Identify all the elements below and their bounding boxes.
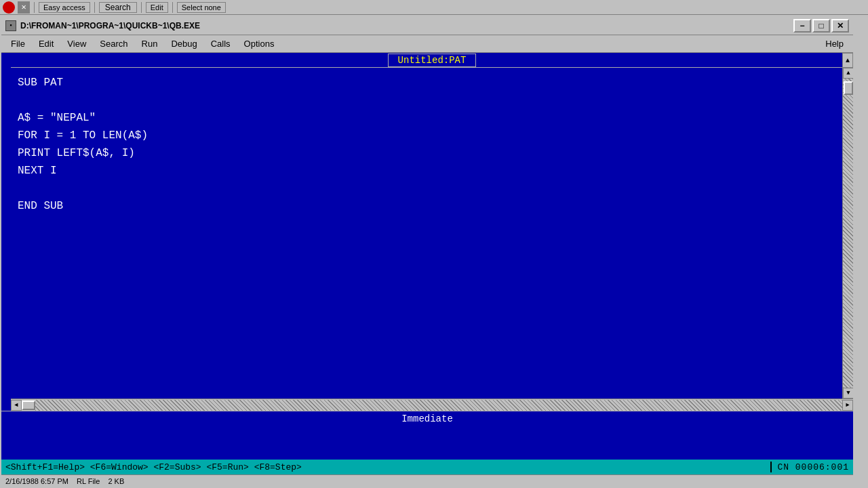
v-scroll-thumb[interactable]: [844, 81, 853, 95]
code-area: SUB PAT A$ = "NEPAL" FOR I = 1 TO LEN(A$…: [15, 70, 838, 361]
h-scroll-right-btn[interactable]: ►: [842, 400, 853, 411]
status-divider: [770, 462, 772, 472]
info-date: 2/16/1988 6:57 PM: [5, 477, 68, 485]
select-none-button[interactable]: Select none: [177, 2, 226, 13]
window-controls: − □ ✕: [793, 19, 849, 33]
editor-content: Untitled:PAT ▲ SUB PAT A$ = "NEPAL" FOR …: [11, 53, 853, 411]
code-line-10: [18, 251, 835, 268]
menu-run[interactable]: Run: [135, 37, 165, 50]
editor-main: Untitled:PAT ▲ SUB PAT A$ = "NEPAL" FOR …: [1, 53, 853, 411]
code-line-9: [18, 233, 835, 251]
separator3: [141, 2, 142, 13]
scroll-up-btn[interactable]: ▲: [843, 68, 853, 79]
code-line-12: [18, 286, 835, 304]
separator2: [94, 2, 95, 13]
h-scroll-left-btn[interactable]: ◄: [11, 400, 22, 411]
edit-button[interactable]: Edit: [146, 2, 168, 13]
menu-file[interactable]: File: [4, 37, 32, 50]
immediate-area[interactable]: [1, 426, 853, 460]
code-line-6: [18, 180, 835, 198]
maximize-button[interactable]: □: [812, 19, 830, 33]
v-scroll-track[interactable]: [843, 79, 853, 388]
h-scrollbar: ◄ ►: [11, 399, 853, 411]
code-line-11: [18, 268, 835, 286]
code-line-15: [18, 339, 835, 357]
menu-edit[interactable]: Edit: [32, 37, 60, 50]
code-line-0: SUB PAT: [18, 75, 835, 92]
title-bar: ▪ D:\FROMAN~1\PROGRA~1\QUICKB~1\QB.EXE −…: [1, 16, 853, 35]
info-file-type: RL File: [77, 477, 100, 485]
taskbar-icon-x: ✕: [18, 1, 30, 14]
taskbar-top: ✕ Easy access Search Edit Select none: [0, 0, 868, 15]
menu-debug[interactable]: Debug: [164, 37, 203, 50]
tab-title[interactable]: Untitled:PAT: [388, 54, 477, 67]
code-line-3: FOR I = 1 TO LEN(A$): [18, 127, 835, 145]
menu-bar: File Edit View Search Run Debug Calls Op…: [1, 35, 853, 53]
code-editor[interactable]: SUB PAT A$ = "NEPAL" FOR I = 1 TO LEN(A$…: [11, 68, 842, 399]
qb-window: ▪ D:\FROMAN~1\PROGRA~1\QUICKB~1\QB.EXE −…: [0, 15, 854, 488]
status-shortcuts: <Shift+F1=Help> <F6=Window> <F2=Subs> <F…: [5, 462, 765, 472]
code-line-4: PRINT LEFT$(A$, I): [18, 145, 835, 163]
status-bar: <Shift+F1=Help> <F6=Window> <F2=Subs> <F…: [1, 460, 853, 474]
menu-view[interactable]: View: [60, 37, 93, 50]
info-size: 2 KB: [108, 477, 124, 485]
code-line-7: END SUB: [18, 198, 835, 216]
code-line-13: [18, 304, 835, 321]
search-label: Search: [99, 2, 137, 13]
immediate-title: Immediate: [401, 413, 453, 424]
menu-search[interactable]: Search: [93, 37, 134, 50]
editor-body-area: SUB PAT A$ = "NEPAL" FOR I = 1 TO LEN(A$…: [11, 68, 853, 399]
menu-calls[interactable]: Calls: [204, 37, 237, 50]
left-margin: [1, 53, 11, 411]
menu-help[interactable]: Help: [818, 37, 850, 50]
tab-bar: Untitled:PAT ▲: [11, 53, 853, 68]
h-scroll-thumb[interactable]: [22, 401, 35, 410]
menu-options[interactable]: Options: [237, 37, 281, 50]
status-position: CN 00006:001: [777, 462, 849, 472]
window-title: D:\FROMAN~1\PROGRA~1\QUICKB~1\QB.EXE: [20, 21, 789, 30]
window-icon: ▪: [5, 20, 16, 31]
separator4: [172, 2, 173, 13]
scroll-down-btn[interactable]: ▼: [843, 388, 853, 399]
scroll-up-arrow[interactable]: ▲: [842, 53, 853, 68]
easy-access-button[interactable]: Easy access: [39, 2, 90, 13]
right-scrollbar: ▲ ▼: [842, 68, 853, 399]
separator: [34, 2, 35, 13]
taskbar-icon-red: [3, 1, 15, 14]
code-line-2: A$ = "NEPAL": [18, 110, 835, 127]
code-line-5: NEXT I: [18, 163, 835, 180]
info-bar: 2/16/1988 6:57 PM RL File 2 KB: [1, 474, 853, 487]
code-line-1: [18, 92, 835, 110]
close-button[interactable]: ✕: [831, 19, 849, 33]
h-scroll-track[interactable]: [35, 400, 842, 411]
immediate-title-bar: Immediate: [1, 411, 853, 426]
minimize-button[interactable]: −: [793, 19, 811, 33]
code-line-8: [18, 216, 835, 233]
code-line-14: [18, 321, 835, 339]
